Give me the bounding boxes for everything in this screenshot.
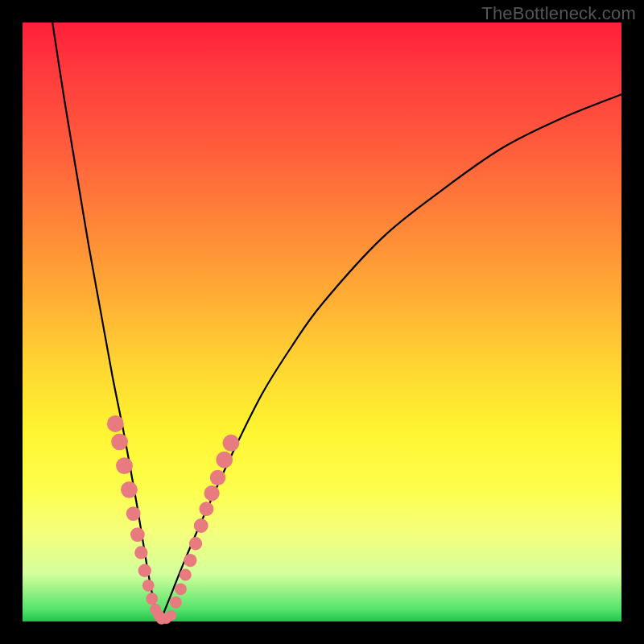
curve-layer bbox=[23, 23, 621, 621]
data-bead bbox=[130, 527, 145, 542]
data-bead bbox=[204, 485, 219, 501]
data-bead bbox=[134, 546, 147, 559]
chart-frame: TheBottleneck.com bbox=[0, 0, 644, 644]
data-bead bbox=[166, 610, 176, 621]
data-bead bbox=[146, 592, 158, 605]
curve-right bbox=[160, 94, 621, 621]
data-bead bbox=[107, 415, 124, 432]
data-bead bbox=[121, 481, 138, 498]
data-bead bbox=[142, 580, 155, 592]
data-bead bbox=[170, 597, 182, 609]
data-bead bbox=[216, 452, 233, 469]
data-bead bbox=[138, 564, 151, 577]
data-bead bbox=[180, 569, 192, 581]
data-bead bbox=[126, 506, 141, 521]
data-bead bbox=[111, 433, 128, 450]
data-bead bbox=[194, 518, 208, 533]
data-bead bbox=[116, 457, 133, 474]
data-bead bbox=[175, 583, 187, 595]
watermark-text: TheBottleneck.com bbox=[481, 3, 636, 24]
data-bead bbox=[184, 554, 196, 567]
plot-area bbox=[23, 23, 621, 621]
data-bead bbox=[189, 537, 202, 550]
data-bead bbox=[210, 470, 225, 485]
curve-left bbox=[52, 23, 160, 621]
data-bead bbox=[222, 435, 239, 452]
data-bead bbox=[199, 502, 213, 516]
